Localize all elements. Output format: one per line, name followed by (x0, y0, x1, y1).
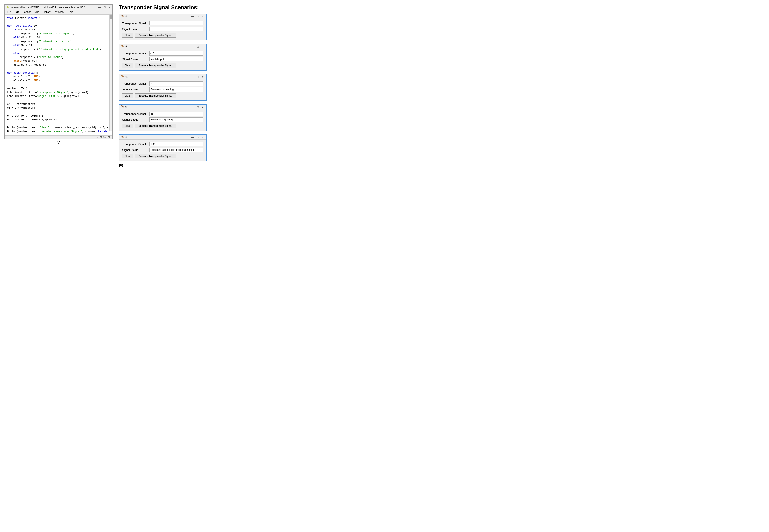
status-input-1[interactable] (149, 27, 203, 31)
tk-title-2: tk (125, 45, 127, 48)
editor-title-text: transsignalfinal.py - P:\CAPSTONE\FinalP… (11, 6, 86, 8)
tk-close-2[interactable]: × (201, 45, 205, 48)
tk-maximize-4[interactable]: □ (197, 105, 200, 109)
transponder-row-3: Transponder Signal (122, 81, 203, 86)
execute-button-2[interactable]: Execute Transponder Signal (135, 63, 176, 68)
tk-controls-1: — □ × (190, 15, 205, 18)
clear-button-2[interactable]: Clear (122, 63, 133, 68)
tk-close-4[interactable]: × (201, 105, 205, 109)
clear-button-1[interactable]: Clear (122, 33, 133, 38)
tk-title-3: tk (125, 75, 127, 78)
transponder-input-5[interactable] (149, 142, 203, 146)
tk-feather-icon-2: 🪶 (121, 45, 124, 48)
status-input-3[interactable] (149, 87, 203, 92)
status-input-2[interactable] (149, 57, 203, 61)
transponder-row-4: Transponder Signal (122, 112, 203, 116)
transponder-input-2[interactable] (149, 51, 203, 56)
transponder-label-2: Transponder Signal (122, 52, 149, 55)
execute-button-5[interactable]: Execute Transponder Signal (135, 154, 176, 158)
status-label-5: Signal Status (122, 148, 149, 152)
status-row-5: Signal Status (122, 148, 203, 152)
tk-feather-icon-3: 🪶 (121, 75, 124, 78)
editor-menubar: File Edit Format Run Options Window Help (5, 10, 112, 15)
tk-maximize-5[interactable]: □ (197, 136, 200, 139)
tk-controls-3: — □ × (190, 75, 205, 78)
clear-button-3[interactable]: Clear (122, 93, 133, 98)
status-label-1: Signal Status (122, 28, 149, 31)
scenario-3-window: 🪶 tk — □ × Transponder Signal (119, 74, 207, 101)
tk-close-5[interactable]: × (201, 136, 205, 139)
transponder-label-1: Transponder Signal (122, 22, 149, 25)
clear-button-4[interactable]: Clear (122, 124, 133, 128)
status-row-2: Signal Status (122, 57, 203, 61)
tk-title-1: tk (125, 15, 127, 18)
execute-button-4[interactable]: Execute Transponder Signal (135, 124, 176, 128)
scenario-4-body: Transponder Signal Signal Status Clear E… (119, 109, 206, 131)
code-text: from tkinter import * def TRANS_SIGNAL(S… (7, 16, 110, 134)
maximize-icon[interactable]: □ (103, 6, 106, 9)
scenario-2-body: Transponder Signal Signal Status Clear E… (119, 49, 206, 70)
code-content[interactable]: from tkinter import * def TRANS_SIGNAL(S… (5, 15, 112, 135)
transponder-input-1[interactable] (149, 21, 203, 25)
status-input-5[interactable] (149, 148, 203, 152)
editor-scrollbar[interactable] (109, 15, 112, 131)
buttons-5: Clear Execute Transponder Signal (122, 154, 203, 158)
buttons-1: Clear Execute Transponder Signal (122, 33, 203, 38)
status-label-2: Signal Status (122, 58, 149, 61)
scenario-3-titlebar: 🪶 tk — □ × (119, 74, 206, 79)
status-label-4: Signal Status (122, 118, 149, 121)
scenario-5-titlebar: 🪶 tk — □ × (119, 135, 206, 140)
buttons-4: Clear Execute Transponder Signal (122, 124, 203, 128)
tk-title-4: tk (125, 105, 127, 108)
transponder-label-5: Transponder Signal (122, 143, 149, 146)
menu-window[interactable]: Window (54, 10, 65, 14)
transponder-input-3[interactable] (149, 81, 203, 86)
tk-controls-5: — □ × (190, 136, 205, 139)
tk-maximize-3[interactable]: □ (197, 75, 200, 78)
tk-minimize-1[interactable]: — (190, 15, 195, 18)
menu-edit[interactable]: Edit (14, 10, 20, 14)
tk-controls-2: — □ × (190, 45, 205, 48)
tk-minimize-5[interactable]: — (190, 136, 195, 139)
close-icon[interactable]: × (108, 6, 111, 9)
right-caption: (b) (119, 163, 123, 167)
code-editor: 🐍 transsignalfinal.py - P:\CAPSTONE\Fina… (4, 4, 113, 139)
tk-close-1[interactable]: × (201, 15, 205, 18)
scenario-5-body: Transponder Signal Signal Status Clear E… (119, 140, 206, 161)
status-row-3: Signal Status (122, 87, 203, 92)
menu-file[interactable]: File (6, 10, 11, 14)
tk-title-5: tk (125, 136, 127, 139)
tk-maximize-1[interactable]: □ (197, 15, 200, 18)
tk-maximize-2[interactable]: □ (197, 45, 200, 48)
tk-minimize-3[interactable]: — (190, 75, 195, 78)
cursor-position: Ln: 27 Col: 32 (96, 136, 110, 138)
transponder-row-5: Transponder Signal (122, 142, 203, 146)
minimize-icon[interactable]: — (98, 6, 102, 9)
scenario-2-window: 🪶 tk — □ × Transponder Signal (119, 44, 207, 71)
scenarios-container: 🪶 tk — □ × Transponder Signal (119, 14, 207, 161)
buttons-2: Clear Execute Transponder Signal (122, 63, 203, 68)
transponder-row-1: Transponder Signal (122, 21, 203, 25)
scenario-2-titlebar: 🪶 tk — □ × (119, 44, 206, 49)
tk-close-3[interactable]: × (201, 75, 205, 78)
clear-button-5[interactable]: Clear (122, 154, 133, 158)
tk-minimize-2[interactable]: — (190, 45, 195, 48)
scenario-1-body: Transponder Signal Signal Status Clear E… (119, 19, 206, 40)
tk-feather-icon-5: 🪶 (121, 136, 124, 139)
tk-minimize-4[interactable]: — (190, 105, 195, 109)
status-row-4: Signal Status (122, 117, 203, 122)
transponder-input-4[interactable] (149, 112, 203, 116)
menu-help[interactable]: Help (67, 10, 74, 14)
menu-options[interactable]: Options (42, 10, 52, 14)
execute-button-3[interactable]: Execute Transponder Signal (135, 93, 176, 98)
left-caption: (a) (56, 141, 60, 145)
scroll-thumb[interactable] (109, 15, 112, 19)
scenario-3-body: Transponder Signal Signal Status Clear E… (119, 79, 206, 100)
execute-button-1[interactable]: Execute Transponder Signal (135, 33, 176, 38)
transponder-label-4: Transponder Signal (122, 112, 149, 115)
menu-run[interactable]: Run (34, 10, 40, 14)
python-icon: 🐍 (6, 5, 10, 9)
tk-controls-4: — □ × (190, 105, 205, 109)
menu-format[interactable]: Format (22, 10, 31, 14)
status-input-4[interactable] (149, 117, 203, 122)
